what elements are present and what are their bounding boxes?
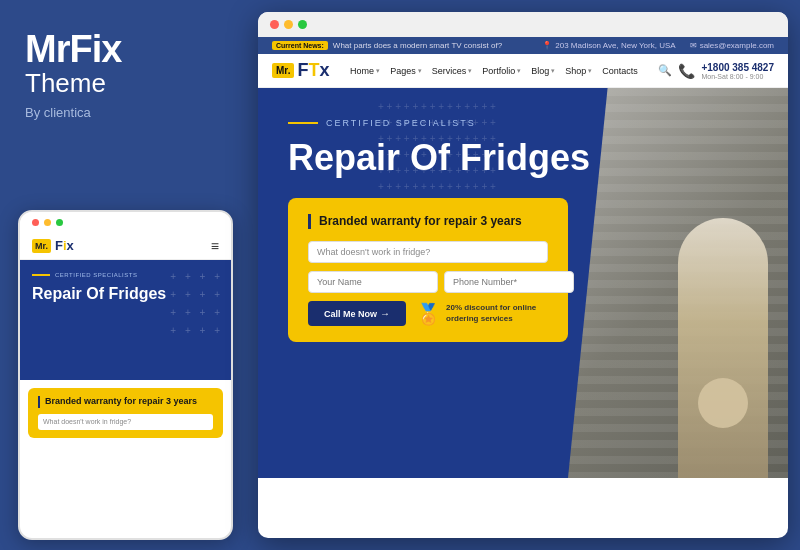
- nav-logo: Mr. FTx: [272, 60, 329, 81]
- nav-icons: 🔍 📞 +1800 385 4827 Mon-Sat 8:00 - 9:00: [658, 62, 774, 80]
- nav-pages[interactable]: Pages ▾: [390, 66, 422, 76]
- svg-text:+ + + + + + + + + + + + + +: + + + + + + + + + + + + + +: [378, 181, 496, 192]
- discount-info: 🏅 20% discount for online ordering servi…: [416, 302, 548, 326]
- form-inputs-row: [308, 271, 548, 293]
- hero-title: Repair Of Fridges: [288, 138, 758, 178]
- name-input[interactable]: [308, 271, 438, 293]
- mobile-form-card: Branded warranty for repair 3 years What…: [28, 388, 223, 438]
- mobile-cert-text: CERTIFIED SPECIALISTS: [55, 272, 137, 278]
- brand-title: MrFix: [25, 30, 223, 68]
- hero-certified: CERTIFIED SPECIALISTS: [288, 118, 758, 128]
- form-card: Branded warranty for repair 3 years What…: [288, 198, 568, 343]
- discount-icon: 🏅: [416, 302, 441, 326]
- browser-top-bar: [258, 12, 788, 37]
- mobile-dot-green: [56, 219, 63, 226]
- nav-services[interactable]: Services ▾: [432, 66, 473, 76]
- nav-contacts[interactable]: Contacts: [602, 66, 638, 76]
- mobile-logo: Mr. Fix: [32, 238, 74, 253]
- nav-logo-fix: FTx: [297, 60, 329, 81]
- news-label: Current News:: [272, 41, 328, 50]
- nav-home[interactable]: Home ▾: [350, 66, 380, 76]
- news-location: 📍 203 Madison Ave, New York, USA: [542, 41, 675, 50]
- news-left: Current News: What parts does a modern s…: [272, 41, 502, 50]
- nav-phone-number: +1800 385 4827: [701, 62, 774, 73]
- mobile-cert-line: [32, 274, 50, 276]
- hamburger-icon: ≡: [211, 239, 219, 253]
- mobile-top-bar: [20, 212, 231, 232]
- news-right: 📍 203 Madison Ave, New York, USA ✉ sales…: [542, 41, 774, 50]
- news-text: What parts does a modern smart TV consis…: [333, 41, 502, 50]
- brand-by: By clientica: [25, 105, 223, 120]
- mobile-dot-yellow: [44, 219, 51, 226]
- hero-area: + + + + + + + + + + + + + + + + + + + + …: [258, 88, 788, 478]
- nav-portfolio[interactable]: Portfolio ▾: [482, 66, 521, 76]
- fridge-problem-select[interactable]: What doesn't work in fridge?: [308, 241, 548, 263]
- mobile-card-title: Branded warranty for repair 3 years: [38, 396, 213, 408]
- hero-content: CERTIFIED SPECIALISTS Repair Of Fridges: [258, 88, 788, 178]
- discount-text: 20% discount for online ordering service…: [446, 303, 548, 324]
- hero-cert-text: CERTIFIED SPECIALISTS: [326, 118, 476, 128]
- left-panel: MrFix Theme By clientica Mr. Fix ≡ CERTI…: [0, 0, 248, 550]
- nav-bar: Mr. FTx Home ▾ Pages ▾ Services ▾ Portfo…: [258, 54, 788, 88]
- form-bottom: Call Me Now → 🏅 20% discount for online …: [308, 301, 548, 326]
- arrow-right-icon: →: [380, 308, 390, 319]
- mobile-preview: Mr. Fix ≡ CERTIFIED SPECIALISTS Repair O…: [18, 210, 233, 540]
- form-card-title: Branded warranty for repair 3 years: [308, 214, 548, 230]
- browser-dot-yellow: [284, 20, 293, 29]
- browser-preview: Current News: What parts does a modern s…: [258, 12, 788, 538]
- phone-icon: 📞: [678, 63, 695, 79]
- mobile-hero: CERTIFIED SPECIALISTS Repair Of Fridges …: [20, 260, 231, 380]
- mobile-logo-fix: Fix: [55, 238, 74, 253]
- mobile-dots-grid: + + + ++ + + ++ + + ++ + + +: [170, 268, 223, 340]
- call-me-now-button[interactable]: Call Me Now →: [308, 301, 406, 326]
- nav-shop[interactable]: Shop ▾: [565, 66, 592, 76]
- browser-dot-red: [270, 20, 279, 29]
- mobile-select-placeholder: What doesn't work in fridge?: [38, 414, 213, 430]
- mobile-logo-mr: Mr.: [32, 239, 51, 253]
- cert-line: [288, 122, 318, 124]
- nav-links: Home ▾ Pages ▾ Services ▾ Portfolio ▾ Bl…: [350, 66, 638, 76]
- mobile-logo-bar: Mr. Fix ≡: [20, 232, 231, 260]
- location-icon: 📍: [542, 41, 552, 50]
- browser-dot-green: [298, 20, 307, 29]
- brand-subtitle: Theme: [25, 68, 223, 99]
- news-email: ✉ sales@example.com: [690, 41, 774, 50]
- mobile-dot-red: [32, 219, 39, 226]
- nav-phone-hours: Mon-Sat 8:00 - 9:00: [701, 73, 774, 80]
- phone-input[interactable]: [444, 271, 574, 293]
- nav-phone-info: +1800 385 4827 Mon-Sat 8:00 - 9:00: [701, 62, 774, 80]
- news-bar: Current News: What parts does a modern s…: [258, 37, 788, 54]
- email-icon: ✉: [690, 41, 697, 50]
- nav-logo-mr: Mr.: [272, 63, 294, 78]
- nav-blog[interactable]: Blog ▾: [531, 66, 555, 76]
- search-icon[interactable]: 🔍: [658, 64, 672, 77]
